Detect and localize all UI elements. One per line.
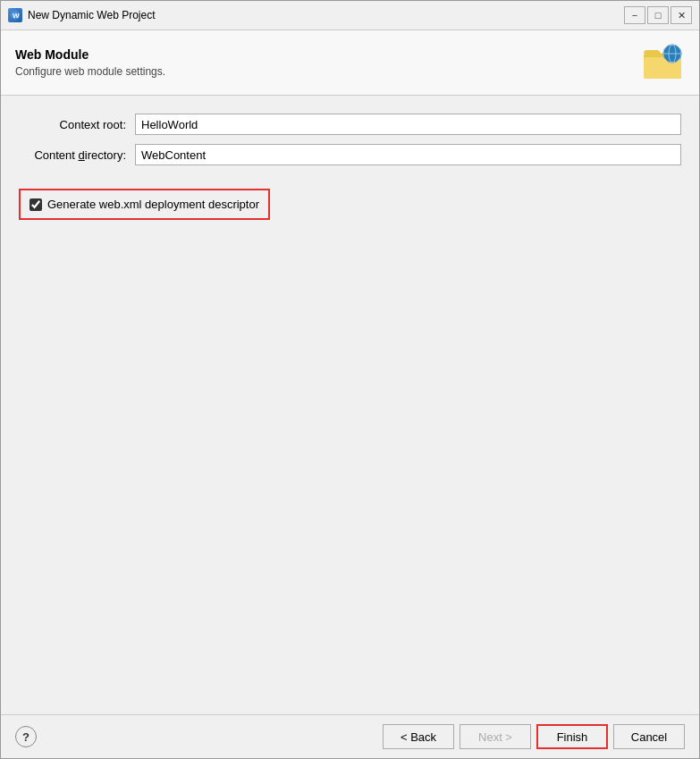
window-icon: W	[8, 8, 22, 22]
minimize-button[interactable]: −	[624, 6, 645, 24]
title-bar-controls: − □ ✕	[624, 6, 692, 24]
header-section: Web Module Configure web module settings…	[1, 30, 699, 96]
header-icon	[642, 41, 685, 84]
close-button[interactable]: ✕	[670, 6, 692, 24]
content-directory-label: Content directory:	[19, 148, 135, 162]
content-directory-input[interactable]	[135, 144, 681, 165]
context-root-label: Context root:	[19, 118, 135, 131]
svg-text:W: W	[13, 12, 20, 20]
footer: ? < Back Next > Finish Cancel	[1, 714, 699, 758]
header-text: Web Module Configure web module settings…	[15, 47, 628, 78]
footer-right: < Back Next > Finish Cancel	[383, 724, 685, 749]
next-button[interactable]: Next >	[460, 724, 531, 749]
footer-left: ?	[15, 726, 37, 747]
title-bar-left: W New Dynamic Web Project	[8, 8, 156, 22]
checkbox-section: Generate web.xml deployment descriptor	[19, 189, 270, 220]
back-button[interactable]: < Back	[383, 724, 454, 749]
title-bar: W New Dynamic Web Project − □ ✕	[1, 1, 699, 30]
page-subtitle: Configure web module settings.	[15, 65, 628, 78]
content-area: Context root: Content directory: Generat…	[1, 96, 699, 714]
content-dir-label-underline: d	[79, 148, 85, 162]
generate-xml-label[interactable]: Generate web.xml deployment descriptor	[47, 198, 259, 211]
context-root-input[interactable]	[135, 114, 681, 135]
generate-xml-checkbox[interactable]	[30, 198, 42, 211]
cancel-button[interactable]: Cancel	[613, 724, 685, 749]
content-directory-row: Content directory:	[19, 144, 681, 165]
main-window: W New Dynamic Web Project − □ ✕ Web Modu…	[0, 0, 700, 759]
window-title: New Dynamic Web Project	[28, 9, 156, 21]
help-button[interactable]: ?	[15, 726, 37, 747]
checkbox-wrapper: Generate web.xml deployment descriptor	[30, 198, 259, 211]
finish-button[interactable]: Finish	[536, 724, 608, 749]
page-title: Web Module	[15, 47, 628, 62]
context-root-row: Context root:	[19, 114, 681, 135]
maximize-button[interactable]: □	[647, 6, 669, 24]
